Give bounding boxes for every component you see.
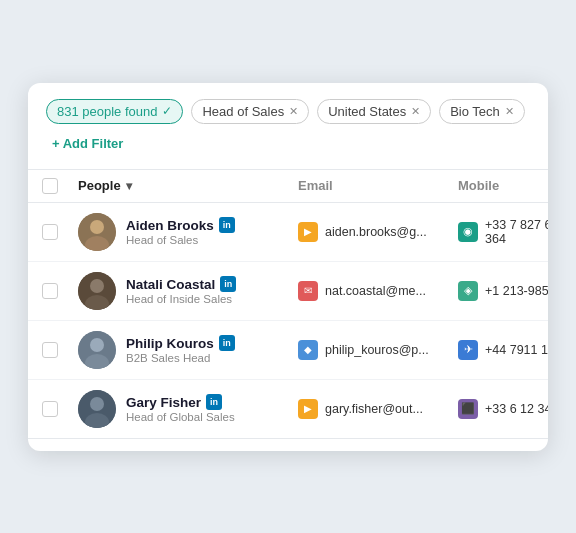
- filter-label-bio-tech: Bio Tech: [450, 104, 500, 119]
- close-icon[interactable]: ✕: [505, 105, 514, 118]
- person-title: B2B Sales Head: [126, 352, 235, 364]
- people-table: People ▾ Email Mobile Aiden Broo: [28, 169, 548, 439]
- email-cell: ✉ nat.coastal@me...: [298, 281, 458, 301]
- person-cell: Natali Coastal in Head of Inside Sales: [78, 272, 298, 310]
- mobile-value: +33 6 12 34 56 78: [485, 402, 548, 416]
- linkedin-icon[interactable]: in: [219, 217, 235, 233]
- mobile-cell: ⬛ +33 6 12 34 56 78: [458, 399, 548, 419]
- email-provider-icon: ▶: [298, 222, 318, 242]
- mobile-cell: ◈ +1 213-985-4732: [458, 281, 548, 301]
- linkedin-icon[interactable]: in: [220, 276, 236, 292]
- check-icon: ✓: [162, 104, 172, 118]
- person-cell: Aiden Brooks in Head of Sales: [78, 213, 298, 251]
- person-title: Head of Global Sales: [126, 411, 235, 423]
- row-checkbox[interactable]: [42, 401, 58, 417]
- avatar: [78, 390, 116, 428]
- email-cell: ▶ gary.fisher@out...: [298, 399, 458, 419]
- email-cell: ▶ aiden.brooks@g...: [298, 222, 458, 242]
- mobile-cell: ◉ +33 7 827 680 364: [458, 218, 548, 246]
- mobile-value: +33 7 827 680 364: [485, 218, 548, 246]
- row-checkbox[interactable]: [42, 224, 58, 240]
- mobile-value: +1 213-985-4732: [485, 284, 548, 298]
- email-provider-icon: ✉: [298, 281, 318, 301]
- filter-label-united-states: United States: [328, 104, 406, 119]
- phone-provider-icon: ◈: [458, 281, 478, 301]
- person-name: Philip Kouros in: [126, 335, 235, 351]
- person-title: Head of Sales: [126, 234, 235, 246]
- mobile-cell: ✈ +44 7911 123456: [458, 340, 548, 360]
- avatar: [78, 331, 116, 369]
- linkedin-icon[interactable]: in: [219, 335, 235, 351]
- col-header-mobile: Mobile: [458, 178, 548, 193]
- linkedin-icon[interactable]: in: [206, 394, 222, 410]
- email-cell: ◆ philip_kouros@p...: [298, 340, 458, 360]
- row-checkbox[interactable]: [42, 342, 58, 358]
- col-header-email: Email: [298, 178, 458, 193]
- svg-point-1: [90, 220, 104, 234]
- email-value: nat.coastal@me...: [325, 284, 426, 298]
- row-checkbox[interactable]: [42, 283, 58, 299]
- person-info: Aiden Brooks in Head of Sales: [126, 217, 235, 246]
- email-value: aiden.brooks@g...: [325, 225, 427, 239]
- person-name: Natali Coastal in: [126, 276, 236, 292]
- person-cell: Philip Kouros in B2B Sales Head: [78, 331, 298, 369]
- mobile-value: +44 7911 123456: [485, 343, 548, 357]
- found-chip[interactable]: 831 people found ✓: [46, 99, 183, 124]
- avatar: [78, 272, 116, 310]
- add-filter-button[interactable]: + Add Filter: [46, 132, 129, 155]
- filter-chip-united-states[interactable]: United States ✕: [317, 99, 431, 124]
- person-name: Aiden Brooks in: [126, 217, 235, 233]
- phone-provider-icon: ⬛: [458, 399, 478, 419]
- email-value: philip_kouros@p...: [325, 343, 429, 357]
- email-value: gary.fisher@out...: [325, 402, 423, 416]
- table-row: Aiden Brooks in Head of Sales ▶ aiden.br…: [28, 203, 548, 262]
- filter-bar: 831 people found ✓ Head of Sales ✕ Unite…: [28, 83, 548, 169]
- col-people-label: People: [78, 178, 121, 193]
- close-icon[interactable]: ✕: [411, 105, 420, 118]
- avatar: [78, 213, 116, 251]
- phone-provider-icon: ✈: [458, 340, 478, 360]
- select-all-checkbox[interactable]: [42, 178, 58, 194]
- table-header: People ▾ Email Mobile: [28, 170, 548, 203]
- close-icon[interactable]: ✕: [289, 105, 298, 118]
- person-cell: Gary Fisher in Head of Global Sales: [78, 390, 298, 428]
- svg-point-4: [90, 279, 104, 293]
- email-provider-icon: ◆: [298, 340, 318, 360]
- found-label: 831 people found: [57, 104, 157, 119]
- filter-chip-head-of-sales[interactable]: Head of Sales ✕: [191, 99, 309, 124]
- svg-point-7: [90, 338, 104, 352]
- person-info: Philip Kouros in B2B Sales Head: [126, 335, 235, 364]
- email-provider-icon: ▶: [298, 399, 318, 419]
- table-row: Natali Coastal in Head of Inside Sales ✉…: [28, 262, 548, 321]
- main-card: 831 people found ✓ Head of Sales ✕ Unite…: [28, 83, 548, 451]
- svg-point-10: [90, 397, 104, 411]
- col-header-people: People ▾: [78, 178, 298, 193]
- filter-label-head-of-sales: Head of Sales: [202, 104, 284, 119]
- person-title: Head of Inside Sales: [126, 293, 236, 305]
- chevron-down-icon[interactable]: ▾: [126, 179, 132, 193]
- person-name: Gary Fisher in: [126, 394, 235, 410]
- phone-provider-icon: ◉: [458, 222, 478, 242]
- filter-chip-bio-tech[interactable]: Bio Tech ✕: [439, 99, 525, 124]
- person-info: Natali Coastal in Head of Inside Sales: [126, 276, 236, 305]
- table-row: Philip Kouros in B2B Sales Head ◆ philip…: [28, 321, 548, 380]
- table-row: Gary Fisher in Head of Global Sales ▶ ga…: [28, 380, 548, 438]
- person-info: Gary Fisher in Head of Global Sales: [126, 394, 235, 423]
